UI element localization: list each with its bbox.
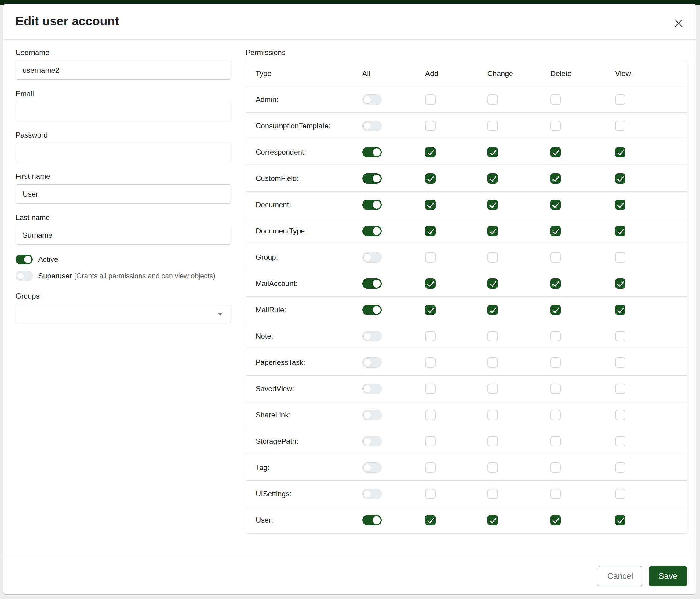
permission-delete-checkbox[interactable] (550, 226, 561, 236)
permission-change-checkbox[interactable] (488, 252, 498, 263)
permission-add-checkbox[interactable] (425, 147, 435, 158)
permission-change-checkbox[interactable] (488, 331, 498, 341)
permission-change-checkbox[interactable] (488, 121, 498, 131)
permission-change-checkbox[interactable] (488, 384, 498, 394)
permission-view-checkbox[interactable] (615, 436, 625, 447)
permission-view-checkbox[interactable] (615, 331, 625, 341)
permission-all-toggle[interactable] (362, 515, 382, 525)
permission-all-toggle[interactable] (362, 252, 382, 263)
permission-add-checkbox[interactable] (425, 279, 435, 289)
permission-view-checkbox[interactable] (615, 515, 625, 525)
groups-select[interactable] (16, 304, 231, 324)
permission-all-toggle[interactable] (362, 173, 382, 184)
permission-delete-checkbox[interactable] (550, 147, 561, 158)
permission-type-label: SavedView: (246, 376, 362, 402)
last-name-input[interactable] (16, 225, 231, 245)
permission-view-checkbox[interactable] (615, 121, 625, 131)
permission-delete-checkbox[interactable] (550, 436, 561, 447)
permission-all-toggle[interactable] (362, 436, 382, 447)
permission-all-toggle[interactable] (362, 305, 382, 315)
permission-add-checkbox[interactable] (425, 305, 435, 315)
permission-view-checkbox[interactable] (615, 357, 625, 368)
permission-delete-checkbox[interactable] (550, 489, 561, 499)
permission-view-checkbox[interactable] (615, 147, 625, 158)
superuser-toggle[interactable] (16, 271, 33, 281)
permission-add-checkbox[interactable] (425, 357, 435, 368)
permission-add-checkbox[interactable] (425, 384, 435, 394)
permission-all-toggle[interactable] (362, 489, 382, 499)
permission-delete-checkbox[interactable] (550, 279, 561, 289)
permission-view-checkbox[interactable] (615, 173, 625, 184)
permission-add-checkbox[interactable] (425, 410, 435, 420)
active-toggle[interactable] (16, 255, 33, 264)
permission-change-checkbox[interactable] (488, 357, 498, 368)
permission-type-label: StoragePath: (246, 428, 362, 454)
permission-change-checkbox[interactable] (488, 94, 498, 105)
permission-add-checkbox[interactable] (425, 462, 435, 473)
permission-delete-checkbox[interactable] (550, 410, 561, 420)
permission-view-checkbox[interactable] (615, 279, 625, 289)
permission-delete-checkbox[interactable] (550, 384, 561, 394)
permission-view-checkbox[interactable] (615, 252, 625, 263)
permission-add-checkbox[interactable] (425, 515, 435, 525)
username-input[interactable] (16, 61, 231, 80)
password-input[interactable] (16, 143, 231, 162)
permission-all-toggle[interactable] (362, 279, 382, 289)
permission-delete-checkbox[interactable] (550, 515, 561, 525)
permission-view-checkbox[interactable] (615, 489, 625, 499)
permission-all-toggle[interactable] (362, 357, 382, 368)
permission-change-checkbox[interactable] (488, 305, 498, 315)
permission-change-checkbox[interactable] (488, 147, 498, 158)
permission-change-checkbox[interactable] (488, 226, 498, 236)
permission-view-checkbox[interactable] (615, 410, 625, 420)
permission-all-toggle[interactable] (362, 384, 382, 394)
permission-view-checkbox[interactable] (615, 94, 625, 105)
email-input[interactable] (16, 102, 231, 121)
permission-all-toggle[interactable] (362, 94, 382, 105)
permission-all-toggle[interactable] (362, 121, 382, 131)
permission-all-toggle[interactable] (362, 147, 382, 158)
permission-delete-checkbox[interactable] (550, 94, 561, 105)
permission-add-checkbox[interactable] (425, 489, 435, 499)
permission-all-toggle[interactable] (362, 331, 382, 341)
permission-view-checkbox[interactable] (615, 462, 625, 473)
permission-delete-checkbox[interactable] (550, 357, 561, 368)
permission-change-checkbox[interactable] (488, 462, 498, 473)
permission-view-checkbox[interactable] (615, 305, 625, 315)
permission-delete-checkbox[interactable] (550, 331, 561, 341)
permission-add-checkbox[interactable] (425, 226, 435, 236)
permission-change-checkbox[interactable] (488, 279, 498, 289)
permission-add-checkbox[interactable] (425, 331, 435, 341)
permission-add-checkbox[interactable] (425, 436, 435, 447)
first-name-input[interactable] (16, 184, 231, 203)
permission-all-toggle[interactable] (362, 199, 382, 210)
permission-add-checkbox[interactable] (425, 121, 435, 131)
save-button[interactable]: Save (649, 566, 687, 586)
permission-delete-checkbox[interactable] (550, 462, 561, 473)
permission-delete-checkbox[interactable] (550, 305, 561, 315)
permission-view-checkbox[interactable] (615, 226, 625, 236)
permission-change-checkbox[interactable] (488, 489, 498, 499)
close-button[interactable] (672, 16, 686, 30)
permission-change-checkbox[interactable] (488, 199, 498, 210)
permission-add-checkbox[interactable] (425, 94, 435, 105)
permission-change-checkbox[interactable] (488, 410, 498, 420)
permission-view-checkbox[interactable] (615, 199, 625, 210)
permission-all-toggle[interactable] (362, 226, 382, 236)
permission-all-toggle[interactable] (362, 410, 382, 420)
permission-add-checkbox[interactable] (425, 173, 435, 184)
permission-add-checkbox[interactable] (425, 252, 435, 263)
permission-delete-checkbox[interactable] (550, 121, 561, 131)
permission-view-checkbox[interactable] (615, 384, 625, 394)
permission-type-label: MailRule: (246, 297, 362, 323)
cancel-button[interactable]: Cancel (598, 566, 642, 586)
permission-delete-checkbox[interactable] (550, 173, 561, 184)
permission-change-checkbox[interactable] (488, 515, 498, 525)
permission-delete-checkbox[interactable] (550, 199, 561, 210)
permission-change-checkbox[interactable] (488, 173, 498, 184)
permission-delete-checkbox[interactable] (550, 252, 561, 263)
permission-add-checkbox[interactable] (425, 199, 435, 210)
permission-change-checkbox[interactable] (488, 436, 498, 447)
permission-all-toggle[interactable] (362, 462, 382, 473)
permission-row: MailRule: (246, 297, 686, 323)
